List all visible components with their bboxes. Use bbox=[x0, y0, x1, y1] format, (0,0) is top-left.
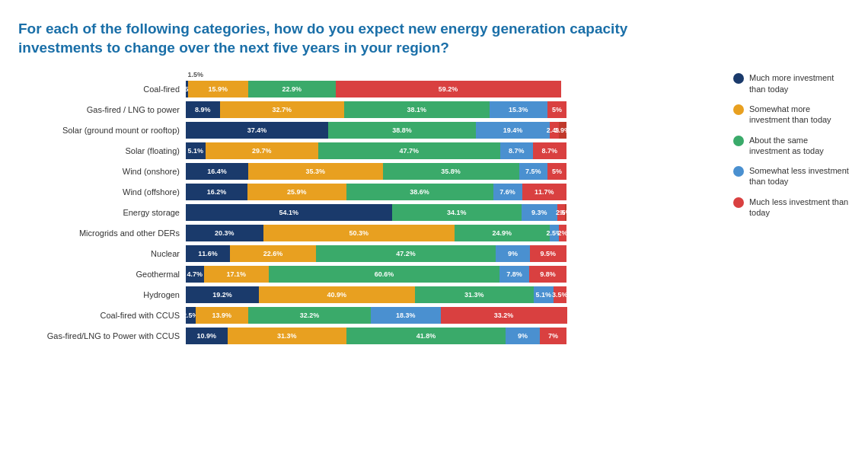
segment-label: 31.3% bbox=[276, 332, 298, 340]
legend-area: Much more investment than today Somewhat… bbox=[724, 65, 850, 227]
bar-track: 8.9%32.7%38.1%15.3%5% bbox=[186, 101, 724, 118]
bar-label: Gas-fired/LNG to Power with CCUS bbox=[18, 331, 186, 340]
bar-segment: .5% bbox=[565, 204, 567, 221]
bar-segment: 7.8% bbox=[499, 266, 529, 283]
bar-track: 4.7%17.1%60.6%7.8%9.8% bbox=[186, 266, 724, 283]
segment-label: 38.8% bbox=[391, 126, 413, 134]
segment-label: 15.9% bbox=[206, 85, 229, 93]
bar-row: Nuclear11.6%22.6%47.2%9%9.5% bbox=[18, 244, 724, 263]
legend-dot bbox=[733, 197, 744, 208]
bar-label: Microgrids and other DERs bbox=[18, 228, 186, 238]
segment-label: 2% bbox=[557, 229, 570, 237]
bar-segment: 31.3% bbox=[228, 328, 347, 344]
bar-segment: 8.7% bbox=[500, 142, 534, 159]
bar-segment: 15.3% bbox=[490, 101, 548, 118]
bar-segment: 40.9% bbox=[259, 286, 415, 303]
coal-top-label: 1.5% bbox=[188, 71, 204, 78]
segment-label: 34.1% bbox=[445, 209, 468, 216]
bar-segment: 8.9% bbox=[186, 101, 220, 118]
segment-label: 16.2% bbox=[206, 188, 228, 196]
segment-label: 13.9% bbox=[210, 312, 233, 319]
bar-segment: 9% bbox=[496, 245, 530, 262]
bar-segment: 50.3% bbox=[263, 225, 455, 241]
bar-segment: 9% bbox=[506, 328, 540, 344]
segment-label: 3.5% bbox=[550, 291, 570, 299]
bar-row: Coal-fired with CCUS2.5%13.9%32.2%18.3%3… bbox=[18, 306, 724, 324]
segment-label: 8.7% bbox=[507, 147, 526, 155]
segment-label: 37.4% bbox=[246, 126, 269, 134]
segment-label: 9.8% bbox=[538, 270, 557, 278]
bar-row: Energy storage54.1%34.1%9.3%2%.5% bbox=[18, 203, 724, 222]
legend-dot bbox=[733, 104, 744, 115]
segment-label: 7.6% bbox=[498, 188, 517, 196]
bar-row: Wind (onshore)16.4%35.3%35.8%7.5%5% bbox=[18, 162, 724, 181]
segment-label: 5.1% bbox=[186, 147, 205, 155]
bar-segment: 32.7% bbox=[220, 101, 345, 118]
segment-label: 10.9% bbox=[195, 332, 218, 340]
bar-row: Coal-fired0.5%15.9%22.9%59.2% bbox=[18, 80, 724, 98]
segment-label: 16.4% bbox=[206, 168, 228, 175]
bar-segment: 59.2% bbox=[336, 81, 561, 97]
segment-label: 38.6% bbox=[408, 188, 431, 196]
bar-segment: 34.1% bbox=[392, 204, 522, 221]
segment-label: 11.6% bbox=[196, 250, 219, 257]
segment-label: 32.2% bbox=[298, 312, 321, 319]
segment-label: 35.8% bbox=[439, 168, 462, 175]
legend-dot bbox=[733, 166, 744, 177]
bar-track: 37.4%38.8%19.4%2.4%1.9% bbox=[186, 122, 724, 139]
segment-label: 7.5% bbox=[524, 168, 543, 175]
segment-label: 50.3% bbox=[347, 229, 370, 237]
bar-segment: 35.8% bbox=[383, 163, 519, 180]
segment-label: 4.7% bbox=[186, 270, 205, 278]
bar-segment: 9.5% bbox=[530, 245, 566, 262]
bar-row: Gas-fired / LNG to power8.9%32.7%38.1%15… bbox=[18, 101, 724, 119]
bar-segment: 11.6% bbox=[186, 245, 230, 262]
bar-segment: 7.6% bbox=[493, 184, 522, 200]
bar-label: Solar (floating) bbox=[18, 146, 186, 155]
bar-segment: 38.6% bbox=[346, 184, 493, 200]
legend-item: Somewhat more investment than today bbox=[733, 104, 850, 126]
bar-segment: 8.7% bbox=[533, 142, 566, 159]
segment-label: 25.9% bbox=[286, 188, 308, 196]
bar-segment: 47.7% bbox=[318, 142, 500, 159]
bar-segment: 2.4% bbox=[550, 122, 559, 139]
segment-label: 7% bbox=[547, 332, 560, 340]
segment-label: 41.8% bbox=[415, 332, 438, 340]
bar-track: 54.1%34.1%9.3%2%.5% bbox=[186, 204, 724, 221]
top-label-row: 1.5% bbox=[18, 65, 724, 78]
bar-track: 11.6%22.6%47.2%9%9.5% bbox=[186, 245, 724, 262]
bar-segment: 18.3% bbox=[371, 307, 441, 324]
bar-segment: 22.6% bbox=[230, 245, 316, 262]
bar-segment: 13.9% bbox=[196, 307, 249, 324]
bar-segment: 2.5% bbox=[186, 307, 196, 324]
bar-segment: 37.4% bbox=[186, 122, 328, 139]
bar-segment: 5.1% bbox=[534, 286, 554, 303]
legend-text: Somewhat less investment than today bbox=[749, 165, 850, 187]
segment-label: 5.1% bbox=[534, 291, 553, 299]
bar-segment: 2% bbox=[557, 204, 565, 221]
legend-dot bbox=[733, 136, 744, 146]
bar-track: 20.3%50.3%24.9%2.5%2% bbox=[186, 225, 724, 241]
bar-label: Gas-fired / LNG to power bbox=[18, 105, 186, 114]
bar-segment: 9.8% bbox=[529, 266, 566, 283]
segment-label: 22.9% bbox=[280, 85, 303, 93]
segment-label: 5% bbox=[550, 168, 563, 175]
bar-label: Coal-fired with CCUS bbox=[18, 311, 186, 320]
bar-track: 5.1%29.7%47.7%8.7%8.7% bbox=[186, 142, 724, 159]
segment-label: 40.9% bbox=[325, 291, 348, 299]
segment-label: 33.2% bbox=[493, 312, 515, 319]
bar-segment: 19.4% bbox=[476, 122, 550, 139]
bar-label: Wind (onshore) bbox=[18, 167, 186, 176]
bar-segment: 24.9% bbox=[455, 225, 550, 241]
chart-area: 1.5%Coal-fired0.5%15.9%22.9%59.2%Gas-fir… bbox=[18, 65, 724, 347]
legend-item: Much less investment than today bbox=[733, 197, 850, 219]
bar-segment: 20.3% bbox=[186, 225, 263, 241]
segment-label: 18.3% bbox=[394, 312, 417, 319]
segment-label: 54.1% bbox=[277, 209, 300, 216]
bar-label: Solar (ground mount or rooftop) bbox=[18, 126, 186, 135]
bar-segment: 11.7% bbox=[522, 184, 567, 200]
bar-segment: 5.1% bbox=[186, 142, 206, 159]
bar-track: 16.2%25.9%38.6%7.6%11.7% bbox=[186, 184, 724, 200]
segment-label: 9% bbox=[516, 332, 529, 340]
bar-segment: 41.8% bbox=[346, 328, 506, 344]
